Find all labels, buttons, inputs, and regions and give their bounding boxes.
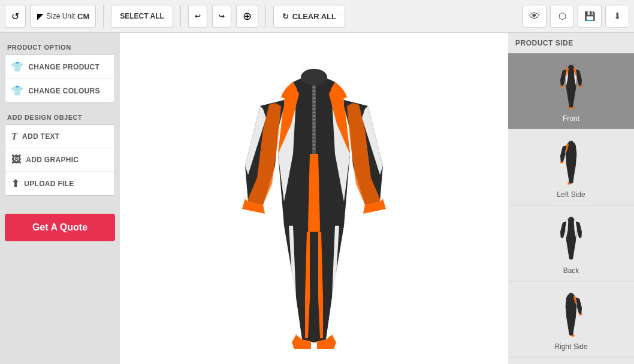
redo-button[interactable]: ↪ — [212, 5, 231, 28]
undo-button[interactable]: ↩ — [188, 5, 207, 28]
sidebar: PRODUCT OPTION 👕 CHANGE PRODUCT 👕 CHANGE… — [0, 33, 120, 364]
left-mini-svg — [559, 137, 583, 185]
add-design-header: ADD DESIGN OBJECT — [5, 109, 115, 125]
undo-icon: ↩ — [195, 12, 201, 20]
preview-button[interactable]: 👁 — [523, 5, 547, 28]
text-icon: T — [11, 131, 17, 142]
add-graphic-item[interactable]: 🖼 ADD GRAPHIC — [5, 148, 114, 172]
right-mini-svg — [559, 289, 583, 337]
preview-icon: 👁 — [529, 10, 540, 23]
graphic-icon: 🖼 — [11, 154, 21, 165]
clear-all-button[interactable]: ↻ CLEAR ALL — [273, 5, 345, 28]
refresh-icon: ↻ — [282, 12, 289, 21]
get-quote-button[interactable]: Get A Quote — [5, 214, 115, 241]
svg-rect-3 — [313, 90, 315, 92]
add-text-label: ADD TEXT — [22, 132, 59, 141]
svg-rect-11 — [313, 119, 315, 120]
svg-rect-12 — [313, 123, 315, 124]
change-product-label: CHANGE PRODUCT — [28, 63, 99, 71]
svg-rect-18 — [313, 144, 315, 145]
left-side-label: Left Side — [557, 188, 585, 202]
svg-rect-6 — [313, 101, 315, 102]
size-unit-label: Size Unit — [46, 12, 75, 20]
main-layout: PRODUCT OPTION 👕 CHANGE PRODUCT 👕 CHANGE… — [0, 33, 634, 364]
save-button[interactable]: 💾 — [578, 5, 602, 28]
svg-point-20 — [569, 65, 573, 67]
change-colours-item[interactable]: 👕 CHANGE COLOURS — [5, 79, 114, 102]
back-mini-svg — [553, 213, 589, 261]
upload-file-item[interactable]: ⬆ UPLOAD FILE — [5, 172, 114, 195]
size-unit-value: CM — [77, 12, 89, 21]
toolbar-right: 👁 ⬡ 💾 ⬇ — [523, 5, 629, 28]
svg-rect-2 — [313, 87, 315, 88]
svg-rect-17 — [313, 141, 315, 142]
svg-rect-13 — [313, 126, 315, 128]
back-thumb — [547, 210, 595, 264]
svg-point-23 — [569, 293, 573, 295]
svg-rect-15 — [313, 134, 315, 135]
select-all-button[interactable]: SELECT ALL — [111, 5, 173, 28]
svg-point-22 — [569, 217, 573, 219]
upload-icon: ⬆ — [11, 178, 19, 189]
svg-rect-8 — [313, 108, 315, 110]
svg-rect-5 — [313, 98, 315, 99]
suit-svg — [200, 46, 428, 351]
svg-rect-1 — [312, 85, 316, 157]
product-side-header: PRODUCT SIDE — [508, 33, 634, 53]
svg-rect-10 — [313, 116, 315, 117]
svg-rect-19 — [313, 148, 315, 149]
svg-rect-9 — [313, 112, 315, 113]
back-view[interactable]: Back — [508, 205, 634, 281]
toolbar: ↺ ◤ Size Unit CM SELECT ALL ↩ ↪ ⊕ ↻ CLEA… — [0, 0, 634, 33]
add-text-item[interactable]: T ADD TEXT — [5, 125, 114, 148]
change-product-item[interactable]: 👕 CHANGE PRODUCT — [5, 55, 114, 79]
front-thumb — [547, 58, 595, 112]
product-side-panel: PRODUCT SIDE Front — [508, 33, 634, 364]
product-option-header: PRODUCT OPTION — [5, 39, 115, 54]
size-unit-group: ◤ Size Unit CM — [31, 5, 96, 28]
canvas-area[interactable] — [120, 33, 508, 364]
clear-all-label: CLEAR ALL — [292, 12, 336, 21]
front-label: Front — [563, 112, 579, 126]
separator — [103, 5, 104, 28]
download-icon: ⬇ — [614, 11, 621, 22]
product-option-panel: 👕 CHANGE PRODUCT 👕 CHANGE COLOURS — [5, 54, 115, 103]
add-design-panel: T ADD TEXT 🖼 ADD GRAPHIC ⬆ UPLOAD FILE — [5, 125, 115, 196]
download-button[interactable]: ⬇ — [605, 5, 629, 28]
redo-icon: ↪ — [219, 12, 225, 20]
reset-icon: ↺ — [11, 11, 19, 22]
svg-point-21 — [569, 141, 573, 143]
right-thumb — [547, 286, 595, 340]
svg-rect-4 — [313, 94, 315, 95]
svg-rect-14 — [313, 130, 315, 131]
front-view[interactable]: Front — [508, 53, 634, 129]
share-button[interactable]: ⬡ — [550, 5, 574, 28]
separator — [265, 5, 266, 28]
svg-rect-16 — [313, 137, 315, 138]
change-colours-label: CHANGE COLOURS — [28, 87, 100, 95]
upload-file-label: UPLOAD FILE — [24, 180, 74, 188]
add-graphic-label: ADD GRAPHIC — [26, 156, 79, 164]
front-mini-svg — [553, 61, 589, 109]
separator — [180, 5, 181, 28]
back-label: Back — [563, 264, 579, 278]
left-thumb — [547, 134, 595, 188]
save-icon: 💾 — [584, 11, 596, 22]
right-side-view[interactable]: Right Side — [508, 281, 634, 357]
svg-point-0 — [301, 69, 327, 86]
right-side-label: Right Side — [554, 340, 587, 354]
reset-button[interactable]: ↺ — [5, 5, 26, 28]
size-unit-icon: ◤ — [37, 11, 44, 21]
tshirt-icon: 👕 — [11, 61, 23, 72]
zoom-button[interactable]: ⊕ — [236, 5, 258, 28]
colours-icon: 👕 — [11, 85, 23, 96]
share-icon: ⬡ — [558, 11, 566, 22]
left-side-view[interactable]: Left Side — [508, 129, 634, 205]
zoom-icon: ⊕ — [243, 10, 252, 23]
svg-rect-7 — [313, 105, 315, 106]
